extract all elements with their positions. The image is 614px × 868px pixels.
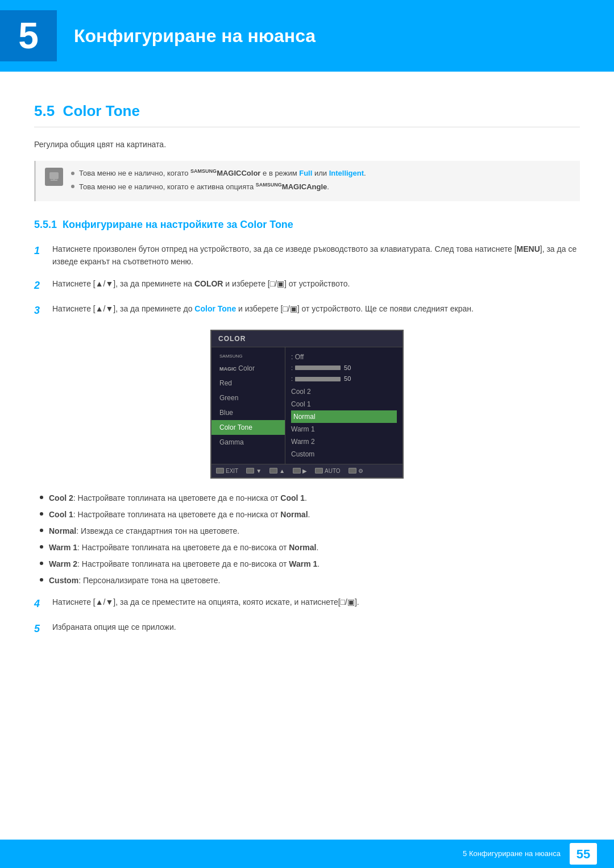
menu-item-color-tone: Color Tone xyxy=(211,420,285,435)
menu-right-panel: : Off : 50 : 50 Cool 2 Cool 1 Normal War… xyxy=(285,347,403,464)
option-custom: Custom: Персонализирате тона на цветовет… xyxy=(34,575,580,587)
section-heading: 5.5 Color Tone xyxy=(34,100,580,127)
section-description: Регулира общия цвят на картината. xyxy=(34,139,580,151)
menu-bar-1 xyxy=(295,366,341,370)
step-num-3: 3 xyxy=(34,302,52,318)
step-num-2: 2 xyxy=(34,277,52,293)
menu-bar-2 xyxy=(295,377,341,381)
step-4: 4 Натиснете [▲/▼], за да се преместите н… xyxy=(34,596,580,612)
menu-item-magic-color: SAMSUNG MAGIC Color xyxy=(211,351,285,376)
menu-box: COLOR SAMSUNG MAGIC Color Red Green Blue… xyxy=(210,330,404,479)
footer-up: ▲ xyxy=(269,467,285,475)
menu-item-blue: Blue xyxy=(211,405,285,420)
note-box: Това меню не е налично, когато SAMSUNGMA… xyxy=(34,161,580,201)
menu-right-normal: Normal xyxy=(291,410,397,423)
menu-right-cool1: Cool 1 xyxy=(291,398,397,410)
step-text-5: Избраната опция ще се приложи. xyxy=(52,621,580,633)
step-text-3: Натиснете [▲/▼], за да преминете до Colo… xyxy=(52,302,580,315)
note-line-2: Това меню не е налично, когато е активна… xyxy=(71,181,571,193)
chapter-number: 5 xyxy=(0,10,57,61)
note-icon xyxy=(45,168,63,186)
menu-right-cool2: Cool 2 xyxy=(291,385,397,398)
note-line-1: Това меню не е налично, когато SAMSUNGMA… xyxy=(71,168,571,179)
step-num-1: 1 xyxy=(34,243,52,259)
footer-auto: AUTO xyxy=(315,467,341,475)
option-normal: Normal: Извежда се стандартния тон на цв… xyxy=(34,525,580,537)
option-cool2: Cool 2: Настройвате топлината на цветове… xyxy=(34,492,580,504)
option-warm1: Warm 1: Настройвате топлината на цветове… xyxy=(34,542,580,554)
step-5: 5 Избраната опция ще се приложи. xyxy=(34,621,580,637)
menu-bar-value-1: 50 xyxy=(344,363,355,373)
option-cool1: Cool 1: Настройвате топлината на цветове… xyxy=(34,509,580,521)
step-num-5: 5 xyxy=(34,621,52,637)
menu-right-off: : Off xyxy=(291,351,397,363)
menu-bar-row-2: : 50 xyxy=(291,374,397,384)
step-text-4: Натиснете [▲/▼], за да се преместите на … xyxy=(52,596,580,608)
main-content: 5.5 Color Tone Регулира общия цвят на ка… xyxy=(0,94,614,691)
menu-bar-row-1: : 50 xyxy=(291,363,397,373)
options-list: Cool 2: Настройвате топлината на цветове… xyxy=(34,492,580,587)
menu-footer: EXIT ▼ ▲ ▶ AUTO ⚙ xyxy=(211,464,403,477)
option-warm2: Warm 2: Настройвате топлината на цветове… xyxy=(34,558,580,570)
menu-right-custom: Custom xyxy=(291,448,397,460)
step-3: 3 Натиснете [▲/▼], за да преминете до Co… xyxy=(34,302,580,318)
menu-title-bar: COLOR xyxy=(211,331,403,347)
subsection-heading: 5.5.1 Конфигуриране на настройките за Co… xyxy=(34,217,580,232)
footer-settings: ⚙ xyxy=(349,467,363,475)
step-num-4: 4 xyxy=(34,596,52,612)
footer-down: ▼ xyxy=(246,467,262,475)
menu-right-warm1: Warm 1 xyxy=(291,423,397,435)
note-lines: Това меню не е налично, когато SAMSUNGMA… xyxy=(71,168,571,194)
footer-exit: EXIT xyxy=(216,467,238,475)
menu-item-gamma: Gamma xyxy=(211,435,285,450)
page-footer: 5 Конфигуриране на нюанса 55 xyxy=(0,840,614,868)
menu-right-warm2: Warm 2 xyxy=(291,435,397,448)
page-number: 55 xyxy=(570,843,597,865)
step-text-2: Натиснете [▲/▼], за да преминете на COLO… xyxy=(52,277,580,290)
menu-content: SAMSUNG MAGIC Color Red Green Blue Color… xyxy=(211,347,403,464)
menu-item-red: Red xyxy=(211,376,285,391)
footer-enter: ▶ xyxy=(293,467,307,475)
menu-item-green: Green xyxy=(211,391,285,405)
step-1: 1 Натиснете произволен бутон отпред на у… xyxy=(34,243,580,268)
chapter-header: 5 Конфигуриране на нюанса xyxy=(0,0,614,72)
step-text-1: Натиснете произволен бутон отпред на уст… xyxy=(52,243,580,268)
menu-screenshot: COLOR SAMSUNG MAGIC Color Red Green Blue… xyxy=(34,330,580,479)
menu-left-panel: SAMSUNG MAGIC Color Red Green Blue Color… xyxy=(211,347,285,464)
chapter-title: Конфигуриране на нюанса xyxy=(74,22,316,49)
step-2: 2 Натиснете [▲/▼], за да преминете на CO… xyxy=(34,277,580,293)
menu-bar-value-2: 50 xyxy=(344,374,355,384)
footer-chapter-text: 5 Конфигуриране на нюанса xyxy=(463,848,561,859)
